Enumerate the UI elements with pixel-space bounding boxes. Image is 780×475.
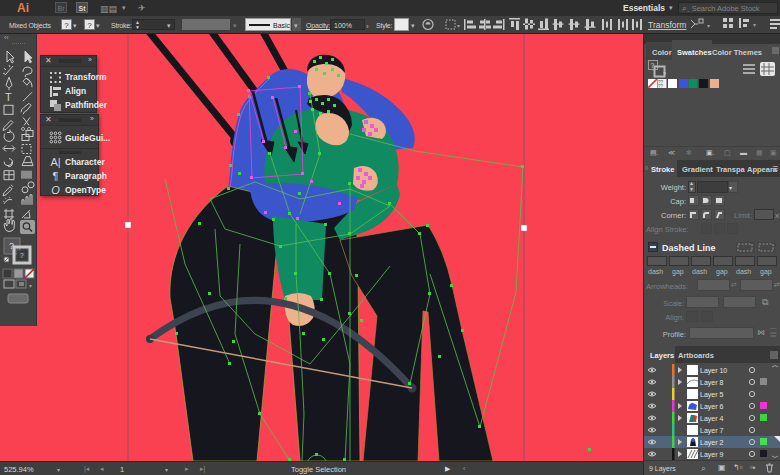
svg-text:Layer 10: Layer 10 — [700, 367, 727, 375]
svg-text:▾: ▾ — [29, 283, 32, 289]
svg-text:▾: ▾ — [457, 23, 460, 29]
svg-text:Layer 2: Layer 2 — [700, 439, 723, 447]
svg-text:Layer 8: Layer 8 — [700, 379, 723, 387]
svg-text:Layer 7: Layer 7 — [700, 427, 723, 435]
svg-text:Layer 4: Layer 4 — [700, 415, 723, 423]
svg-text:Transform: Transform — [648, 20, 686, 30]
svg-text:Layer 5: Layer 5 — [700, 391, 723, 399]
svg-text:T: T — [5, 91, 12, 103]
svg-text:??: ?? — [658, 84, 664, 89]
svg-text:Layer 9: Layer 9 — [700, 451, 723, 459]
svg-text:Layer 6: Layer 6 — [700, 403, 723, 411]
svg-text:▾: ▾ — [753, 22, 756, 28]
svg-text:▾: ▾ — [707, 23, 710, 29]
svg-text:?: ? — [20, 252, 24, 259]
svg-text:?: ? — [663, 71, 666, 77]
